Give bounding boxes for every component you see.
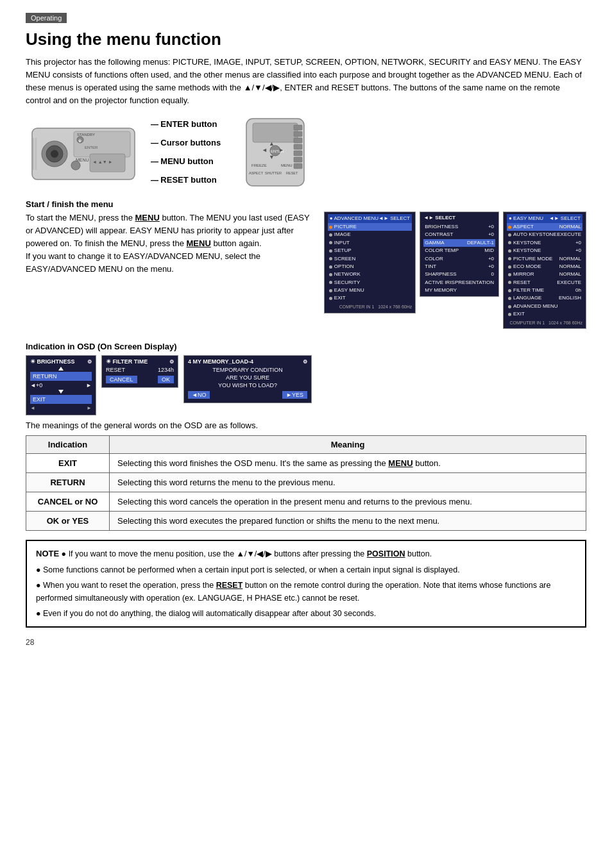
note-bullet-position: ● If you want to move the menu position,… xyxy=(62,549,432,558)
menu-key2: MENU xyxy=(187,238,211,248)
section2-title: Indication in OSD (On Screen Display) xyxy=(26,342,586,351)
svg-text:ENTER: ENTER xyxy=(85,146,98,149)
indication-cell: RETURN xyxy=(26,473,110,492)
svg-text:▲: ▲ xyxy=(269,140,275,147)
remote-illustration: ENTER ▲ ▼ ◄ ► FREEZE MENU ASPECT SHUTTER… xyxy=(234,115,317,189)
meanings-table: Indication Meaning EXITSelecting this wo… xyxy=(26,435,586,531)
note-bullet-2: When you want to reset the operation, pr… xyxy=(36,579,576,605)
meaning-cell: Selecting this word finishes the OSD men… xyxy=(110,454,586,473)
meaning-cell: Selecting this word executes the prepare… xyxy=(110,512,586,531)
menu-button-label: — MENU button xyxy=(151,156,221,166)
osd-filter-box: ☀ FILTER TIME ⚙ RESET1234h CANCEL OK xyxy=(101,355,178,388)
table-col1-header: Indication xyxy=(26,436,110,454)
svg-text:ASPECT: ASPECT xyxy=(249,171,264,175)
svg-text:▼: ▼ xyxy=(269,154,275,160)
osd-meaning-text: The meanings of the general words on the… xyxy=(26,421,586,430)
projector-illustration: ⏻ MENU ◄ ▲▼ ► STANDBY ENTER xyxy=(26,115,144,189)
svg-rect-32 xyxy=(294,151,302,156)
table-row: RETURNSelecting this word returns the me… xyxy=(26,473,586,492)
intro-text: This projector has the following menus: … xyxy=(26,56,586,108)
callout-labels: — ENTER button — Cursor buttons — MENU b… xyxy=(151,119,221,185)
reset-button-label: — RESET button xyxy=(151,175,221,185)
svg-text:FREEZE: FREEZE xyxy=(251,163,267,167)
table-row: EXITSelecting this word finishes the OSD… xyxy=(26,454,586,473)
note-bullet-1: Some functions cannot be performed when … xyxy=(36,563,576,576)
note-label: NOTE xyxy=(36,549,59,558)
meaning-cell: Selecting this word returns the menu to … xyxy=(110,473,586,492)
svg-rect-29 xyxy=(294,131,302,137)
svg-text:RESET: RESET xyxy=(286,171,298,175)
indication-cell: CANCEL or NO xyxy=(26,492,110,512)
table-row: OK or YESSelecting this word executes th… xyxy=(26,512,586,531)
osd-screenshots: ☀ BRIGHTNESS ⚙ RETURN ◄+0► EXIT ◄► ☀ FIL… xyxy=(26,355,586,415)
svg-text:⏻: ⏻ xyxy=(78,138,81,142)
operating-badge: Operating xyxy=(26,13,67,23)
enter-button-label: — ENTER button xyxy=(151,119,221,129)
menu-screenshots: ● ADVANCED MENU◄► SELECT PICTURE IMAGE I… xyxy=(324,212,586,330)
svg-point-8 xyxy=(71,161,80,170)
cursor-buttons-label: — Cursor buttons xyxy=(151,138,221,147)
meaning-cell: Selecting this word cancels the operatio… xyxy=(110,492,586,512)
svg-text:►: ► xyxy=(278,147,284,153)
page-number: 28 xyxy=(26,638,586,647)
page-title: Using the menu function xyxy=(26,29,586,49)
easy-menu-box: ● EASY MENU◄► SELECT ASPECTNORMAL AUTO K… xyxy=(503,212,586,330)
section-osd: Indication in OSD (On Screen Display) ☀ … xyxy=(26,342,586,531)
note-box: NOTE ● If you want to move the menu posi… xyxy=(26,540,586,628)
svg-rect-31 xyxy=(294,144,302,149)
osd-memory-box: 4 MY MEMORY_LOAD-4 ⚙ TEMPORARY CONDITION… xyxy=(183,355,312,403)
indication-cell: OK or YES xyxy=(26,512,110,531)
note-bullet-3: Even if you do not do anything, the dial… xyxy=(36,607,576,620)
svg-text:SHUTTER: SHUTTER xyxy=(265,171,282,175)
menu-key1: MENU xyxy=(135,213,160,222)
svg-rect-16 xyxy=(253,123,298,142)
table-col2-header: Meaning xyxy=(110,436,586,454)
diagram-area: ⏻ MENU ◄ ▲▼ ► STANDBY ENTER — ENTER butt… xyxy=(26,115,586,189)
section-start-finish: Start / finish the menu To start the MEN… xyxy=(26,199,586,336)
svg-text:◄ ▲▼ ►: ◄ ▲▼ ► xyxy=(92,160,113,164)
advanced-menu-box: ● ADVANCED MENU◄► SELECT PICTURE IMAGE I… xyxy=(324,212,416,313)
section1-title: Start / finish the menu xyxy=(26,199,586,209)
osd-brightness-box: ☀ BRIGHTNESS ⚙ RETURN ◄+0► EXIT ◄► xyxy=(26,355,96,415)
svg-rect-34 xyxy=(294,163,302,169)
svg-rect-28 xyxy=(294,125,302,130)
section1-body: To start the MENU, press the MENU button… xyxy=(26,212,586,336)
indication-cell: EXIT xyxy=(26,454,110,473)
picture-submenu-box: ◄► SELECT BRIGHTNESS+0 CONTRAST+0 GAMMAD… xyxy=(420,212,499,297)
svg-rect-33 xyxy=(294,157,302,162)
table-row: CANCEL or NOSelecting this word cancels … xyxy=(26,492,586,512)
svg-point-3 xyxy=(51,150,58,158)
svg-text:STANDBY: STANDBY xyxy=(77,133,95,137)
svg-rect-30 xyxy=(294,138,302,143)
svg-text:MENU: MENU xyxy=(281,163,293,167)
svg-text:◄: ◄ xyxy=(262,147,268,153)
